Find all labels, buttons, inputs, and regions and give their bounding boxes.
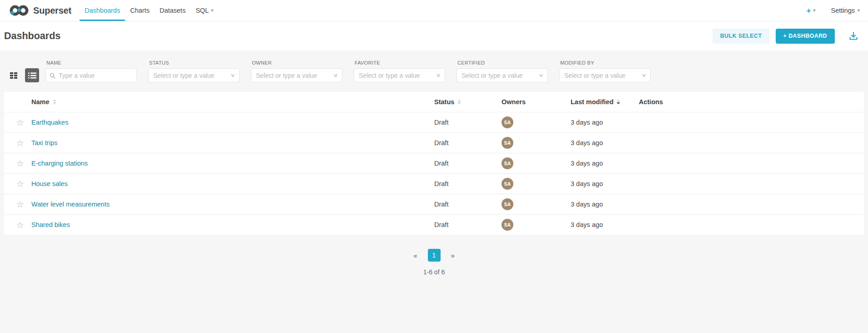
previous-page-button[interactable]: « [411, 251, 419, 260]
nav-item-label: SQL [196, 7, 209, 14]
caret-down-icon: ▾ [858, 8, 860, 13]
settings-label: Settings [831, 7, 855, 14]
filter-label: OWNER [252, 60, 342, 66]
filter-select[interactable]: Select or type a value ∨ [559, 68, 651, 82]
list-view-icon [28, 72, 36, 79]
nav-item-dashboards[interactable]: Dashboards [80, 0, 125, 21]
new-dashboard-button[interactable]: + DASHBOARD [776, 29, 835, 44]
filter-status: STATUS Select or type a value ∨ [148, 60, 240, 82]
filter-select-placeholder: Select or type a value [564, 72, 626, 79]
nav-item-sql[interactable]: SQL ▾ [191, 0, 218, 21]
download-icon [848, 30, 859, 41]
card-view-toggle[interactable] [6, 68, 20, 82]
favorite-star-icon[interactable]: ☆ [16, 118, 24, 127]
owner-avatar[interactable]: SA [502, 137, 513, 149]
column-header-name[interactable]: Name [31, 98, 434, 106]
brand-name: Superset [33, 5, 71, 16]
filter-bar: NAME STATUS Select or type a value ∨ OWN… [4, 60, 864, 82]
favorite-star-icon[interactable]: ☆ [16, 221, 24, 229]
table-row: ☆ House sales Draft SA 3 days ago [4, 174, 864, 194]
table-row: ☆ E-charging stations Draft SA 3 days ag… [4, 153, 864, 174]
owner-avatar[interactable]: SA [502, 219, 513, 231]
column-header-status[interactable]: Status [434, 98, 502, 106]
nav-item-label: Charts [130, 7, 150, 14]
plus-icon: + [807, 7, 811, 15]
filter-select-placeholder: Select or type a value [256, 72, 317, 79]
header-actions: BULK SELECT + DASHBOARD [712, 29, 860, 44]
dashboard-name-link[interactable]: Taxi trips [31, 139, 57, 146]
filter-select[interactable]: Select or type a value ∨ [251, 68, 342, 82]
favorite-star-icon[interactable]: ☆ [16, 139, 24, 147]
nav-item-label: Datasets [160, 7, 186, 14]
filter-favorite: FAVORITE Select or type a value ∨ [354, 60, 445, 82]
table-row: ☆ Earthquakes Draft SA 3 days ago [4, 112, 864, 133]
filter-search-input[interactable] [45, 68, 137, 82]
nav-item-datasets[interactable]: Datasets [155, 0, 191, 21]
favorite-star-icon[interactable]: ☆ [16, 180, 24, 188]
dashboard-name-link[interactable]: House sales [31, 180, 68, 187]
column-header-owners[interactable]: Owners [502, 98, 571, 106]
dashboard-name-link[interactable]: E-charging stations [31, 160, 88, 167]
last-modified-text: 3 days ago [571, 201, 639, 208]
column-header-actions[interactable]: Actions [639, 98, 864, 106]
table-row: ☆ Water level measurements Draft SA 3 da… [4, 194, 864, 215]
last-modified-text: 3 days ago [571, 119, 639, 126]
superset-logo[interactable]: Superset [9, 0, 71, 21]
filter-name: NAME [45, 60, 137, 82]
status-text: Draft [434, 180, 502, 187]
favorite-star-icon[interactable]: ☆ [16, 200, 24, 209]
nav-items: Dashboards Charts Datasets SQL ▾ [80, 0, 218, 21]
caret-down-icon: ▾ [813, 8, 816, 13]
owner-avatar[interactable]: SA [502, 178, 513, 190]
next-page-button[interactable]: » [449, 251, 457, 260]
dashboard-name-link[interactable]: Earthquakes [31, 119, 68, 126]
page-header: Dashboards BULK SELECT + DASHBOARD [0, 21, 868, 50]
favorite-star-icon[interactable]: ☆ [16, 159, 24, 168]
column-header-last-modified[interactable]: Last modified [571, 98, 639, 106]
column-header-label: Actions [639, 98, 663, 106]
filter-label: FAVORITE [355, 60, 445, 66]
list-view-toggle[interactable] [25, 68, 39, 82]
owner-avatar[interactable]: SA [502, 198, 513, 210]
page-list: 1 [428, 249, 441, 262]
filter-certified: CERTIFIED Select or type a value ∨ [457, 60, 548, 82]
filter-select-placeholder: Select or type a value [462, 72, 523, 79]
last-modified-text: 3 days ago [571, 139, 639, 146]
page-number-button[interactable]: 1 [428, 249, 441, 262]
filter-select[interactable]: Select or type a value ∨ [457, 68, 548, 82]
filter-select[interactable]: Select or type a value ∨ [148, 68, 240, 82]
page-title: Dashboards [4, 30, 60, 42]
table-header-row: Name Status Owners Last modified Actions [4, 92, 864, 112]
dashboard-name-link[interactable]: Shared bikes [31, 221, 70, 228]
status-text: Draft [434, 139, 502, 146]
filter-select[interactable]: Select or type a value ∨ [354, 68, 445, 82]
chevron-down-icon: ∨ [436, 72, 441, 78]
settings-menu[interactable]: Settings ▾ [831, 7, 860, 14]
pagination-summary: 1-6 of 6 [4, 268, 864, 276]
caret-down-icon: ▾ [211, 8, 213, 13]
status-text: Draft [434, 221, 502, 228]
new-item-menu[interactable]: + ▾ [807, 7, 816, 15]
nav-item-charts[interactable]: Charts [125, 0, 155, 21]
filter-label: MODIFIED BY [560, 60, 651, 66]
owner-avatar[interactable]: SA [502, 116, 513, 128]
navbar: Superset Dashboards Charts Datasets SQL … [0, 0, 868, 21]
last-modified-text: 3 days ago [571, 180, 639, 187]
owner-avatar[interactable]: SA [502, 157, 513, 169]
chevron-down-icon: ∨ [538, 72, 543, 78]
import-dashboards-button[interactable] [847, 30, 860, 42]
sort-icon [53, 100, 56, 104]
dashboard-name-link[interactable]: Water level measurements [31, 201, 110, 208]
table-row: ☆ Shared bikes Draft SA 3 days ago [4, 215, 864, 235]
nav-item-label: Dashboards [85, 7, 120, 14]
filter-modified-by: MODIFIED BY Select or type a value ∨ [559, 60, 651, 82]
sort-icon [617, 100, 620, 104]
navbar-right: + ▾ Settings ▾ [807, 0, 860, 21]
grid-view-icon [10, 72, 18, 79]
bulk-select-button[interactable]: BULK SELECT [712, 29, 770, 44]
filter-select-placeholder: Select or type a value [359, 72, 420, 79]
chevron-down-icon: ∨ [641, 72, 646, 78]
filter-select-placeholder: Select or type a value [153, 72, 215, 79]
status-text: Draft [434, 119, 502, 126]
search-icon [50, 72, 55, 81]
